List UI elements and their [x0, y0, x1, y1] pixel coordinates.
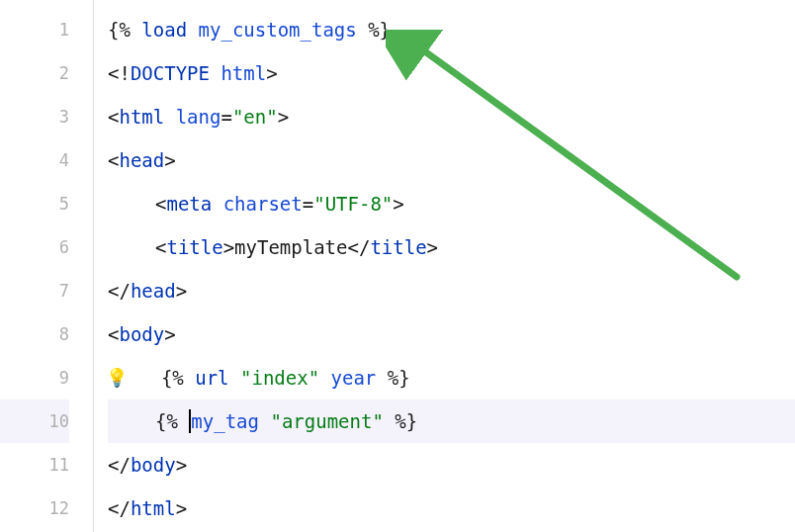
code-line-12[interactable]: </html> [108, 487, 795, 530]
template-tag-open: {% [161, 367, 184, 389]
line-number[interactable]: 3 [0, 95, 69, 138]
line-number[interactable]: 1 [0, 8, 69, 51]
line-number[interactable]: 6 [0, 225, 69, 269]
code-editor: 1 2 3 4 5 6 7 8 9 10 11 12 {% load my_cu… [0, 0, 795, 532]
tag-open: < [108, 323, 119, 345]
line-number[interactable]: 10 [0, 399, 69, 443]
tag-body: body [119, 323, 164, 345]
line-number[interactable]: 11 [0, 443, 69, 487]
code-line-6[interactable]: <title>myTemplate</title> [108, 225, 795, 269]
tag-open: < [108, 149, 119, 171]
line-number[interactable]: 7 [0, 269, 69, 312]
title-text: myTemplate [234, 236, 347, 258]
template-tag-open: {% [108, 19, 131, 41]
code-line-5[interactable]: <meta charset="UTF-8"> [108, 182, 795, 225]
closing-tag-open: </ [348, 236, 371, 258]
tag-close: > [223, 236, 234, 258]
tag-title: title [166, 236, 222, 258]
closing-tag-close: > [176, 280, 187, 302]
code-line-8[interactable]: <body> [108, 312, 795, 356]
tag-body-close: body [131, 454, 176, 476]
code-area[interactable]: {% load my_custom_tags %} <!DOCTYPE html… [94, 0, 795, 532]
line-number[interactable]: 5 [0, 182, 69, 225]
closing-tag-open: </ [108, 497, 131, 519]
closing-tag-close: > [176, 454, 187, 476]
code-line-2[interactable]: <!DOCTYPE html> [108, 51, 795, 95]
tag-head: head [119, 149, 164, 171]
tag-head-close: head [131, 280, 176, 302]
doctype-keyword: DOCTYPE [131, 62, 210, 84]
code-line-4[interactable]: <head> [108, 138, 795, 182]
closing-tag-open: </ [108, 454, 131, 476]
closing-tag-close: > [427, 236, 438, 258]
gutter: 1 2 3 4 5 6 7 8 9 10 11 12 [0, 0, 94, 532]
tag-title-close: title [370, 236, 426, 258]
line-number[interactable]: 2 [0, 51, 69, 95]
template-string: "index" [240, 367, 319, 389]
template-tag-name: my_custom_tags [199, 19, 357, 41]
attr-lang: lang [176, 106, 221, 128]
line-number[interactable]: 8 [0, 312, 69, 356]
template-tag-open: {% [155, 410, 178, 432]
attr-value: "UTF-8" [313, 193, 393, 215]
code-line-3[interactable]: <html lang="en"> [108, 95, 795, 138]
closing-tag-close: > [176, 497, 187, 519]
code-line-9[interactable]: 💡 {% url "index" year %} [108, 356, 795, 399]
tag-html: html [119, 106, 164, 128]
line-number[interactable]: 12 [0, 487, 69, 530]
tag-meta: meta [166, 193, 212, 215]
tag-open: < [108, 106, 119, 128]
tag-close: > [393, 193, 403, 215]
code-line-7[interactable]: </head> [108, 269, 795, 312]
line-number[interactable]: 9 [0, 356, 69, 399]
doctype-value: html [221, 62, 266, 84]
template-custom-tag: my_tag [191, 410, 259, 432]
template-tag-close: %} [395, 410, 417, 432]
intention-bulb-icon[interactable]: 💡 [106, 356, 128, 399]
tag-open: < [155, 193, 166, 215]
template-tag-close: %} [368, 19, 391, 41]
code-line-11[interactable]: </body> [108, 443, 795, 487]
attr-value: "en" [232, 106, 278, 128]
template-string: "argument" [270, 410, 383, 432]
doctype-open: <! [108, 62, 131, 84]
code-line-1[interactable]: {% load my_custom_tags %} [108, 8, 795, 51]
template-variable: year [331, 367, 377, 389]
code-line-10-current[interactable]: {% my_tag "argument" %} [108, 399, 795, 443]
equals: = [221, 106, 231, 128]
tag-close: > [164, 323, 175, 345]
tag-close: > [164, 149, 175, 171]
tag-open: < [155, 236, 166, 258]
attr-charset: charset [223, 193, 303, 215]
equals: = [303, 193, 313, 215]
closing-tag-open: </ [108, 280, 131, 302]
tag-close: > [278, 106, 289, 128]
line-number[interactable]: 4 [0, 138, 69, 182]
doctype-close: > [266, 62, 277, 84]
tag-html-close: html [131, 497, 176, 519]
template-keyword-load: load [141, 19, 187, 41]
template-keyword-url: url [195, 367, 228, 389]
template-tag-close: %} [388, 367, 410, 389]
